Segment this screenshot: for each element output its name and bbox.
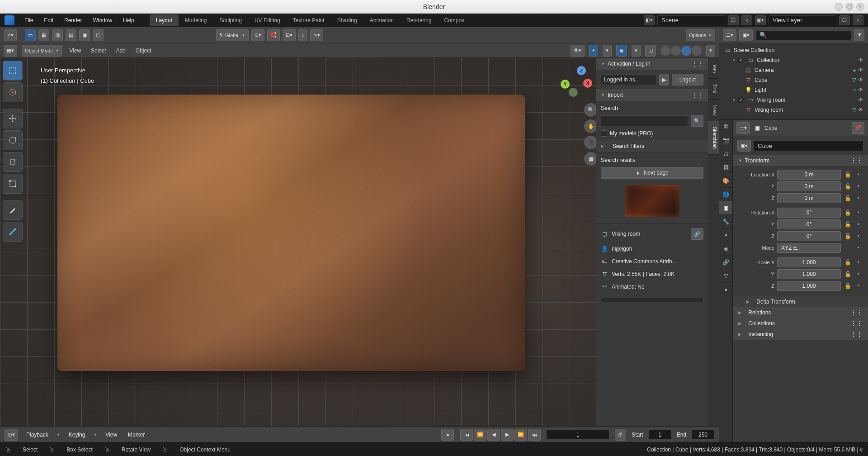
select-extend-icon[interactable]: ▥ (52, 29, 63, 41)
logout-button[interactable]: Logout (672, 74, 703, 86)
pivot-dropdown[interactable]: ⊙▾ (251, 29, 264, 41)
tree-scene-collection[interactable]: ▭Scene Collection (722, 45, 865, 55)
tab-sculpting[interactable]: Sculpting (213, 14, 248, 26)
timeline-view[interactable]: View (103, 431, 120, 439)
object-name-icon[interactable]: ▣▾ (737, 140, 751, 152)
object-menu[interactable]: Object (133, 47, 154, 55)
scene-name-input[interactable] (657, 15, 725, 25)
filters-header[interactable]: ▶ Search filters (596, 140, 708, 152)
view-menu[interactable]: View (66, 47, 84, 55)
viewlayer-name-input[interactable] (769, 15, 836, 25)
prop-tab-render[interactable]: 📷 (719, 133, 732, 147)
prop-tab-object[interactable]: ▣ (719, 201, 732, 215)
import-dropdown[interactable] (601, 298, 703, 302)
scale-x[interactable]: 1.000 (777, 257, 841, 267)
start-frame[interactable]: 1 (649, 430, 671, 440)
tab-texture-paint[interactable]: Texture Paint (287, 14, 331, 26)
orientation-dropdown[interactable]: ↯ Global ▼ (216, 29, 249, 41)
options-dropdown[interactable]: Options ▼ (686, 29, 715, 41)
eye-icon[interactable]: 👁 (858, 77, 863, 83)
tool-transform[interactable] (3, 174, 23, 194)
prop-tab-viewlayer[interactable]: 🖼 (719, 161, 732, 174)
rot-y[interactable]: 0° (777, 219, 841, 229)
tree-light[interactable]: 💡Light○👁 (722, 85, 865, 95)
outliner-search[interactable] (755, 30, 851, 40)
play-forward-icon[interactable]: ▶ (501, 429, 514, 441)
timeclock-icon[interactable]: ⏱ (615, 429, 626, 441)
transform-header[interactable]: ▼Transform⋮⋮ (733, 155, 868, 166)
tab-tool[interactable]: Tool (708, 79, 719, 99)
scene-browse-icon[interactable]: ◧▾ (644, 15, 655, 25)
shading-solid-icon[interactable] (671, 46, 681, 56)
instancing-header[interactable]: ▶ Instancing⋮⋮ (733, 329, 868, 340)
panel-menu-icon[interactable]: ⋮⋮ (692, 61, 703, 67)
lock-icon[interactable]: 🔓 (844, 233, 852, 239)
loc-x[interactable]: 0 m (777, 170, 841, 180)
activation-header[interactable]: ▼Activation / Log in⋮⋮ (596, 58, 708, 70)
add-menu[interactable]: Add (113, 47, 128, 55)
link-icon[interactable]: 🔗 (691, 228, 703, 240)
lock-icon[interactable]: 🔓 (844, 209, 852, 216)
timeline-marker[interactable]: Marker (125, 431, 147, 439)
prop-tab-material[interactable]: ● (719, 283, 732, 296)
tab-view[interactable]: View (708, 100, 719, 122)
end-frame[interactable]: 250 (692, 430, 714, 440)
rot-mode[interactable]: XYZ E.. (777, 243, 841, 253)
overlay-dropdown[interactable]: ▾ (632, 45, 641, 57)
timeline-keying[interactable]: Keying (66, 431, 88, 439)
object-name-input[interactable] (754, 140, 863, 151)
mesh-data-icon[interactable]: ▽ (852, 107, 856, 113)
import-header[interactable]: ▼Import⋮⋮ (596, 89, 708, 101)
shading-rendered-icon[interactable] (692, 46, 702, 56)
tab-animation[interactable]: Animation (363, 14, 400, 26)
new-scene-icon[interactable]: ❐ (728, 15, 739, 25)
prop-tab-scene[interactable]: 🎨 (719, 174, 732, 188)
search-button-icon[interactable]: 🔍 (691, 115, 703, 127)
nav-gizmo[interactable]: Z Y X (561, 66, 592, 98)
jump-end-icon[interactable]: ⏭ (528, 429, 541, 441)
lock-icon[interactable]: 🔓 (844, 259, 852, 266)
camera-data-icon[interactable]: ▸ (854, 67, 856, 73)
delta-transform-header[interactable]: ▶ Delta Transform (733, 296, 868, 307)
tree-camera[interactable]: 🎥Camera▸👁 (722, 65, 865, 75)
axis-z-icon[interactable]: Z (577, 66, 586, 75)
lock-icon[interactable]: 🔓 (844, 183, 852, 190)
loc-z[interactable]: 0 m (777, 193, 841, 203)
prop-tab-world[interactable]: 🌐 (719, 188, 732, 201)
my-models-checkbox[interactable] (601, 130, 607, 137)
tab-layout[interactable]: Layout (150, 14, 179, 26)
prop-tab-data[interactable]: ▽ (719, 269, 732, 283)
menu-file[interactable]: File (20, 15, 38, 25)
prop-tab-constraints[interactable]: 🔗 (719, 256, 732, 269)
prop-tab-physics[interactable]: ◉ (719, 242, 732, 256)
shading-material-icon[interactable] (681, 46, 691, 56)
visibility-dropdown[interactable]: 👁▾ (571, 45, 585, 57)
search-input[interactable] (601, 115, 688, 126)
section-menu-icon[interactable]: ⋮⋮ (851, 157, 863, 164)
minimize-icon[interactable]: – (835, 3, 843, 11)
axis-neg-icon[interactable] (569, 88, 578, 97)
eye-icon[interactable]: 👁 (858, 87, 863, 93)
lock-icon[interactable]: 🔓 (844, 221, 852, 228)
menu-window[interactable]: Window (88, 15, 117, 25)
rot-z[interactable]: 0° (777, 231, 841, 241)
tool-move[interactable] (3, 109, 23, 128)
lock-icon[interactable]: 🔓 (844, 283, 852, 289)
mesh-data-icon[interactable]: ▽ (852, 77, 856, 83)
collection-checkbox[interactable] (738, 97, 744, 103)
prop-tab-modifiers[interactable]: 🔧 (719, 215, 732, 228)
eye-icon[interactable]: 👁 (858, 57, 863, 63)
shading-dropdown[interactable]: ▾ (706, 45, 715, 57)
play-icon[interactable]: ▶ (659, 74, 669, 86)
eye-icon[interactable]: 👁 (858, 97, 863, 103)
blender-logo-icon[interactable] (5, 15, 14, 25)
viewport-3d[interactable]: User Perspective (1) Collection | Cube Z… (0, 58, 719, 426)
collection-checkbox[interactable] (738, 57, 744, 63)
scale-z[interactable]: 1.000 (777, 281, 841, 291)
tab-sketchfab[interactable]: Sketchfab (708, 121, 719, 155)
eye-icon[interactable]: 👁 (858, 67, 863, 73)
jump-start-icon[interactable]: ⏮ (460, 429, 473, 441)
tree-viking-mesh[interactable]: ▽Viking room▽👁 (722, 105, 865, 115)
lock-icon[interactable]: 🔓 (844, 171, 852, 178)
current-frame[interactable]: 1 (546, 430, 609, 440)
